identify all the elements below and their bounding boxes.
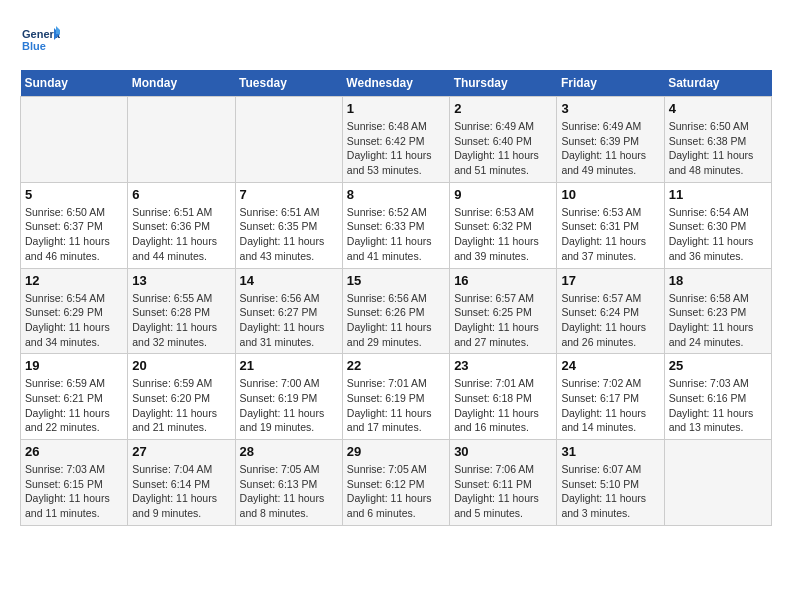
week-row-4: 19Sunrise: 6:59 AM Sunset: 6:21 PM Dayli… — [21, 354, 772, 440]
day-cell: 3Sunrise: 6:49 AM Sunset: 6:39 PM Daylig… — [557, 97, 664, 183]
day-detail: Sunrise: 6:53 AM Sunset: 6:32 PM Dayligh… — [454, 205, 552, 264]
day-cell: 11Sunrise: 6:54 AM Sunset: 6:30 PM Dayli… — [664, 182, 771, 268]
day-number: 20 — [132, 358, 230, 373]
day-number: 9 — [454, 187, 552, 202]
day-detail: Sunrise: 7:03 AM Sunset: 6:16 PM Dayligh… — [669, 376, 767, 435]
day-detail: Sunrise: 6:52 AM Sunset: 6:33 PM Dayligh… — [347, 205, 445, 264]
day-detail: Sunrise: 7:04 AM Sunset: 6:14 PM Dayligh… — [132, 462, 230, 521]
day-number: 12 — [25, 273, 123, 288]
day-detail: Sunrise: 6:51 AM Sunset: 6:36 PM Dayligh… — [132, 205, 230, 264]
day-number: 31 — [561, 444, 659, 459]
day-number: 19 — [25, 358, 123, 373]
day-detail: Sunrise: 7:02 AM Sunset: 6:17 PM Dayligh… — [561, 376, 659, 435]
day-detail: Sunrise: 7:06 AM Sunset: 6:11 PM Dayligh… — [454, 462, 552, 521]
day-cell: 13Sunrise: 6:55 AM Sunset: 6:28 PM Dayli… — [128, 268, 235, 354]
day-number: 17 — [561, 273, 659, 288]
header-cell-saturday: Saturday — [664, 70, 771, 97]
day-detail: Sunrise: 7:00 AM Sunset: 6:19 PM Dayligh… — [240, 376, 338, 435]
day-cell: 5Sunrise: 6:50 AM Sunset: 6:37 PM Daylig… — [21, 182, 128, 268]
week-row-1: 1Sunrise: 6:48 AM Sunset: 6:42 PM Daylig… — [21, 97, 772, 183]
day-detail: Sunrise: 6:50 AM Sunset: 6:37 PM Dayligh… — [25, 205, 123, 264]
day-detail: Sunrise: 6:54 AM Sunset: 6:29 PM Dayligh… — [25, 291, 123, 350]
day-cell: 10Sunrise: 6:53 AM Sunset: 6:31 PM Dayli… — [557, 182, 664, 268]
day-cell — [235, 97, 342, 183]
svg-text:Blue: Blue — [22, 40, 46, 52]
day-cell: 26Sunrise: 7:03 AM Sunset: 6:15 PM Dayli… — [21, 440, 128, 526]
day-number: 7 — [240, 187, 338, 202]
day-cell: 6Sunrise: 6:51 AM Sunset: 6:36 PM Daylig… — [128, 182, 235, 268]
day-number: 29 — [347, 444, 445, 459]
day-number: 13 — [132, 273, 230, 288]
day-detail: Sunrise: 6:57 AM Sunset: 6:24 PM Dayligh… — [561, 291, 659, 350]
day-detail: Sunrise: 7:01 AM Sunset: 6:19 PM Dayligh… — [347, 376, 445, 435]
header-cell-friday: Friday — [557, 70, 664, 97]
day-cell: 30Sunrise: 7:06 AM Sunset: 6:11 PM Dayli… — [450, 440, 557, 526]
day-detail: Sunrise: 6:57 AM Sunset: 6:25 PM Dayligh… — [454, 291, 552, 350]
day-cell: 15Sunrise: 6:56 AM Sunset: 6:26 PM Dayli… — [342, 268, 449, 354]
day-cell: 2Sunrise: 6:49 AM Sunset: 6:40 PM Daylig… — [450, 97, 557, 183]
day-detail: Sunrise: 6:56 AM Sunset: 6:27 PM Dayligh… — [240, 291, 338, 350]
day-cell: 12Sunrise: 6:54 AM Sunset: 6:29 PM Dayli… — [21, 268, 128, 354]
week-row-5: 26Sunrise: 7:03 AM Sunset: 6:15 PM Dayli… — [21, 440, 772, 526]
day-detail: Sunrise: 6:55 AM Sunset: 6:28 PM Dayligh… — [132, 291, 230, 350]
day-cell: 19Sunrise: 6:59 AM Sunset: 6:21 PM Dayli… — [21, 354, 128, 440]
day-detail: Sunrise: 6:07 AM Sunset: 5:10 PM Dayligh… — [561, 462, 659, 521]
day-cell: 28Sunrise: 7:05 AM Sunset: 6:13 PM Dayli… — [235, 440, 342, 526]
day-number: 25 — [669, 358, 767, 373]
day-number: 3 — [561, 101, 659, 116]
day-number: 30 — [454, 444, 552, 459]
day-cell: 7Sunrise: 6:51 AM Sunset: 6:35 PM Daylig… — [235, 182, 342, 268]
day-cell: 16Sunrise: 6:57 AM Sunset: 6:25 PM Dayli… — [450, 268, 557, 354]
day-cell: 22Sunrise: 7:01 AM Sunset: 6:19 PM Dayli… — [342, 354, 449, 440]
day-number: 15 — [347, 273, 445, 288]
day-cell: 31Sunrise: 6:07 AM Sunset: 5:10 PM Dayli… — [557, 440, 664, 526]
day-cell: 24Sunrise: 7:02 AM Sunset: 6:17 PM Dayli… — [557, 354, 664, 440]
header-row: SundayMondayTuesdayWednesdayThursdayFrid… — [21, 70, 772, 97]
calendar-table: SundayMondayTuesdayWednesdayThursdayFrid… — [20, 70, 772, 526]
day-number: 4 — [669, 101, 767, 116]
header-cell-thursday: Thursday — [450, 70, 557, 97]
day-detail: Sunrise: 7:05 AM Sunset: 6:13 PM Dayligh… — [240, 462, 338, 521]
day-detail: Sunrise: 6:54 AM Sunset: 6:30 PM Dayligh… — [669, 205, 767, 264]
day-cell: 25Sunrise: 7:03 AM Sunset: 6:16 PM Dayli… — [664, 354, 771, 440]
logo: General Blue — [20, 20, 64, 60]
day-cell: 1Sunrise: 6:48 AM Sunset: 6:42 PM Daylig… — [342, 97, 449, 183]
day-number: 10 — [561, 187, 659, 202]
day-number: 14 — [240, 273, 338, 288]
day-detail: Sunrise: 6:50 AM Sunset: 6:38 PM Dayligh… — [669, 119, 767, 178]
day-cell: 14Sunrise: 6:56 AM Sunset: 6:27 PM Dayli… — [235, 268, 342, 354]
day-detail: Sunrise: 6:48 AM Sunset: 6:42 PM Dayligh… — [347, 119, 445, 178]
header-cell-wednesday: Wednesday — [342, 70, 449, 97]
header-cell-monday: Monday — [128, 70, 235, 97]
day-number: 6 — [132, 187, 230, 202]
day-number: 23 — [454, 358, 552, 373]
day-cell: 4Sunrise: 6:50 AM Sunset: 6:38 PM Daylig… — [664, 97, 771, 183]
day-number: 11 — [669, 187, 767, 202]
day-cell: 27Sunrise: 7:04 AM Sunset: 6:14 PM Dayli… — [128, 440, 235, 526]
header-cell-tuesday: Tuesday — [235, 70, 342, 97]
day-cell: 18Sunrise: 6:58 AM Sunset: 6:23 PM Dayli… — [664, 268, 771, 354]
day-number: 27 — [132, 444, 230, 459]
day-cell: 17Sunrise: 6:57 AM Sunset: 6:24 PM Dayli… — [557, 268, 664, 354]
day-cell: 9Sunrise: 6:53 AM Sunset: 6:32 PM Daylig… — [450, 182, 557, 268]
day-cell: 29Sunrise: 7:05 AM Sunset: 6:12 PM Dayli… — [342, 440, 449, 526]
day-cell: 21Sunrise: 7:00 AM Sunset: 6:19 PM Dayli… — [235, 354, 342, 440]
day-number: 21 — [240, 358, 338, 373]
day-number: 18 — [669, 273, 767, 288]
day-detail: Sunrise: 7:03 AM Sunset: 6:15 PM Dayligh… — [25, 462, 123, 521]
day-cell — [664, 440, 771, 526]
day-number: 24 — [561, 358, 659, 373]
day-detail: Sunrise: 6:59 AM Sunset: 6:21 PM Dayligh… — [25, 376, 123, 435]
day-number: 5 — [25, 187, 123, 202]
day-detail: Sunrise: 7:05 AM Sunset: 6:12 PM Dayligh… — [347, 462, 445, 521]
day-detail: Sunrise: 6:56 AM Sunset: 6:26 PM Dayligh… — [347, 291, 445, 350]
day-number: 26 — [25, 444, 123, 459]
day-number: 1 — [347, 101, 445, 116]
calendar-header: SundayMondayTuesdayWednesdayThursdayFrid… — [21, 70, 772, 97]
day-cell: 23Sunrise: 7:01 AM Sunset: 6:18 PM Dayli… — [450, 354, 557, 440]
day-detail: Sunrise: 6:58 AM Sunset: 6:23 PM Dayligh… — [669, 291, 767, 350]
calendar-body: 1Sunrise: 6:48 AM Sunset: 6:42 PM Daylig… — [21, 97, 772, 526]
week-row-2: 5Sunrise: 6:50 AM Sunset: 6:37 PM Daylig… — [21, 182, 772, 268]
logo-icon: General Blue — [20, 20, 60, 60]
day-detail: Sunrise: 6:59 AM Sunset: 6:20 PM Dayligh… — [132, 376, 230, 435]
